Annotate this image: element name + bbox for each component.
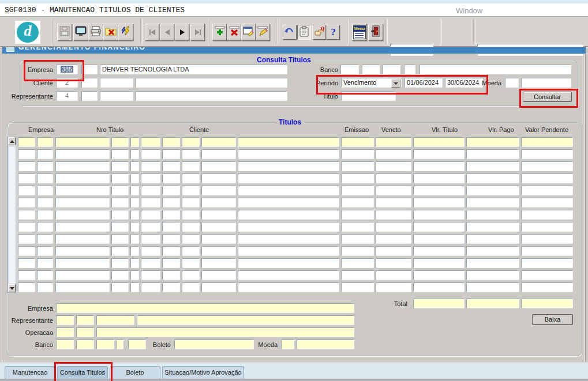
grid-cell-r11-c4[interactable]	[130, 270, 139, 280]
grid-cell-r10-c2[interactable]	[55, 258, 110, 268]
grid-cell-r11-c6[interactable]	[162, 270, 180, 280]
representante-name-field[interactable]	[136, 91, 287, 101]
detail-representante-name-field[interactable]	[137, 315, 354, 325]
grid-cell-r11-c12[interactable]	[413, 270, 465, 280]
grid-cell-r3-c10[interactable]	[341, 173, 374, 183]
periodo-tipo-dropdown[interactable]: Vencimento	[341, 78, 402, 88]
menu-button[interactable]: Menu	[352, 24, 367, 41]
grid-cell-r0-c5[interactable]	[141, 137, 160, 147]
grid-cell-r12-c9[interactable]	[238, 282, 339, 292]
periodo-data-fim-field[interactable]: 30/06/2024	[445, 78, 483, 88]
grid-cell-r11-c9[interactable]	[238, 270, 339, 280]
detail-operacao-field-2[interactable]	[76, 327, 94, 337]
grid-cell-r1-c7[interactable]	[182, 149, 200, 159]
previous-record-button[interactable]	[160, 24, 174, 41]
grid-cell-r8-c1[interactable]	[37, 234, 53, 244]
grid-cell-r4-c5[interactable]	[141, 186, 160, 195]
grid-cell-r0-c13[interactable]	[466, 137, 519, 147]
help-button[interactable]: ?	[327, 25, 340, 40]
grid-cell-r5-c12[interactable]	[413, 198, 465, 208]
grid-cell-r6-c0[interactable]	[18, 210, 35, 220]
grid-cell-r2-c14[interactable]	[521, 161, 573, 171]
grid-cell-r1-c0[interactable]	[18, 149, 35, 159]
grid-cell-r3-c9[interactable]	[238, 173, 339, 183]
grid-cell-r6-c12[interactable]	[413, 210, 465, 220]
moeda-code-field[interactable]	[505, 78, 519, 88]
grid-cell-r0-c9[interactable]	[238, 137, 339, 147]
grid-cell-r9-c11[interactable]	[376, 246, 411, 256]
grid-cell-r8-c10[interactable]	[341, 234, 374, 244]
grid-cell-r0-c2[interactable]	[55, 137, 110, 147]
grid-cell-r5-c2[interactable]	[55, 198, 110, 208]
grid-cell-r9-c13[interactable]	[466, 246, 519, 256]
detail-banco-field-5[interactable]	[128, 339, 146, 349]
grid-cell-r2-c3[interactable]	[111, 161, 129, 171]
cliente-code-field[interactable]: 2	[56, 78, 78, 88]
grid-cell-r1-c10[interactable]	[341, 149, 374, 159]
grid-cell-r10-c8[interactable]	[201, 258, 236, 268]
scroll-up-button[interactable]	[8, 137, 16, 145]
consultar-button[interactable]: Consultar	[523, 92, 572, 102]
scrollbar-thumb[interactable]	[9, 146, 16, 284]
grid-cell-r8-c9[interactable]	[238, 234, 339, 244]
grid-cell-r10-c10[interactable]	[341, 258, 374, 268]
grid-cell-r8-c0[interactable]	[18, 234, 35, 244]
grid-cell-r11-c13[interactable]	[466, 270, 519, 280]
grid-cell-r4-c11[interactable]	[376, 186, 411, 195]
grid-cell-r2-c12[interactable]	[413, 161, 465, 171]
grid-cell-r7-c0[interactable]	[18, 222, 35, 232]
grid-cell-r1-c14[interactable]	[521, 149, 573, 159]
detail-representante-field-3[interactable]	[96, 315, 134, 325]
grid-cell-r0-c10[interactable]	[341, 137, 374, 147]
banco-field-1[interactable]	[340, 65, 359, 74]
grid-cell-r8-c6[interactable]	[162, 234, 180, 244]
grid-cell-r0-c14[interactable]	[521, 137, 573, 147]
grid-cell-r5-c3[interactable]	[111, 198, 129, 208]
grid-cell-r7-c11[interactable]	[376, 222, 411, 232]
execute-query-button[interactable]	[118, 24, 133, 41]
grid-cell-r4-c2[interactable]	[55, 186, 110, 195]
grid-cell-r5-c14[interactable]	[521, 198, 573, 208]
baixa-button[interactable]: Baixa	[532, 314, 573, 325]
grid-cell-r10-c13[interactable]	[466, 258, 519, 268]
grid-cell-r10-c9[interactable]	[238, 258, 339, 268]
grid-cell-r6-c2[interactable]	[55, 210, 110, 220]
detail-operacao-name-field[interactable]	[96, 327, 354, 337]
grid-cell-r8-c7[interactable]	[182, 234, 200, 244]
grid-cell-r0-c3[interactable]	[111, 137, 129, 147]
grid-cell-r12-c14[interactable]	[521, 282, 573, 292]
grid-cell-r7-c14[interactable]	[521, 222, 573, 232]
grid-cell-r3-c7[interactable]	[182, 173, 200, 183]
grid-cell-r3-c8[interactable]	[201, 173, 236, 183]
grid-cell-r5-c5[interactable]	[141, 198, 160, 208]
grid-cell-r2-c8[interactable]	[201, 161, 236, 171]
detail-operacao-field-1[interactable]	[56, 327, 74, 337]
screen-button[interactable]	[73, 24, 88, 41]
grid-cell-r8-c11[interactable]	[376, 234, 411, 244]
grid-cell-r9-c0[interactable]	[18, 246, 35, 256]
grid-cell-r4-c8[interactable]	[201, 186, 236, 195]
tab-consulta-titulos[interactable]: Consulta Titulos	[57, 366, 108, 379]
grid-cell-r0-c8[interactable]	[201, 137, 236, 147]
banco-field-4[interactable]	[404, 65, 415, 74]
grid-cell-r6-c4[interactable]	[130, 210, 139, 220]
detail-representante-field-2[interactable]	[76, 315, 94, 325]
insert-record-button[interactable]	[212, 24, 227, 41]
grid-cell-r0-c7[interactable]	[182, 137, 200, 147]
grid-cell-r12-c8[interactable]	[201, 282, 236, 292]
grid-cell-r1-c12[interactable]	[413, 149, 465, 159]
detail-boleto-field[interactable]	[174, 339, 254, 349]
grid-cell-r9-c14[interactable]	[521, 246, 573, 256]
grid-cell-r2-c13[interactable]	[466, 161, 519, 171]
grid-cell-r6-c7[interactable]	[182, 210, 200, 220]
grid-cell-r9-c5[interactable]	[141, 246, 160, 256]
grid-cell-r7-c9[interactable]	[238, 222, 339, 232]
undo-button[interactable]	[283, 25, 297, 40]
grid-cell-r4-c14[interactable]	[521, 186, 573, 195]
grid-cell-r8-c5[interactable]	[141, 234, 160, 244]
grid-cell-r2-c2[interactable]	[55, 161, 110, 171]
grid-cell-r9-c3[interactable]	[111, 246, 129, 256]
grid-cell-r3-c13[interactable]	[466, 173, 519, 183]
grid-cell-r11-c2[interactable]	[55, 270, 110, 280]
grid-cell-r6-c8[interactable]	[201, 210, 236, 220]
